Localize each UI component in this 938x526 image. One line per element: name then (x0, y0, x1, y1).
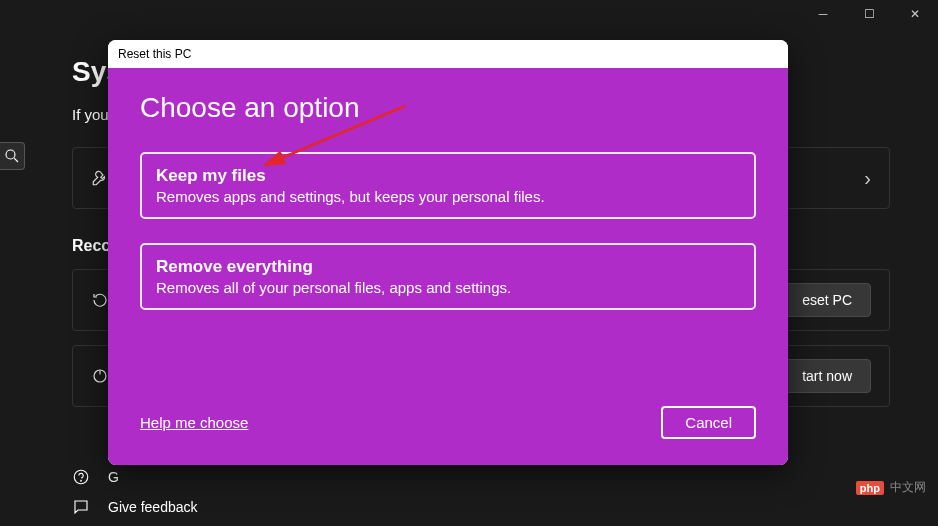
option-title: Remove everything (156, 257, 740, 277)
help-icon (72, 468, 90, 486)
chevron-right-icon: › (864, 167, 871, 190)
svg-point-5 (81, 480, 82, 481)
svg-point-4 (74, 470, 88, 484)
window-controls: ─ ☐ ✕ (800, 0, 938, 28)
help-me-choose-link[interactable]: Help me choose (140, 414, 248, 431)
get-help-row[interactable]: G (72, 468, 119, 486)
get-help-label: G (108, 469, 119, 485)
cancel-button[interactable]: Cancel (661, 406, 756, 439)
watermark: php 中文网 (856, 479, 926, 496)
svg-point-0 (6, 150, 15, 159)
watermark-text: 中文网 (890, 479, 926, 496)
option-keep-my-files[interactable]: Keep my files Removes apps and settings,… (140, 152, 756, 219)
option-title: Keep my files (156, 166, 740, 186)
reset-icon (91, 291, 109, 309)
search-button[interactable] (0, 142, 25, 170)
reset-pc-button[interactable]: eset PC (783, 283, 871, 317)
option-description: Removes all of your personal files, apps… (156, 279, 740, 296)
reset-pc-dialog: Reset this PC Choose an option Keep my f… (108, 40, 788, 465)
minimize-button[interactable]: ─ (800, 0, 846, 28)
option-remove-everything[interactable]: Remove everything Removes all of your pe… (140, 243, 756, 310)
give-feedback-row[interactable]: Give feedback (72, 498, 198, 516)
svg-line-1 (14, 158, 18, 162)
dialog-heading: Choose an option (140, 92, 756, 124)
give-feedback-label: Give feedback (108, 499, 198, 515)
feedback-icon (72, 498, 90, 516)
power-gear-icon (91, 367, 109, 385)
option-description: Removes apps and settings, but keeps you… (156, 188, 740, 205)
wrench-icon (91, 169, 109, 187)
maximize-button[interactable]: ☐ (846, 0, 892, 28)
close-button[interactable]: ✕ (892, 0, 938, 28)
watermark-logo: php (856, 481, 884, 495)
dialog-titlebar: Reset this PC (108, 40, 788, 68)
search-icon (3, 147, 21, 165)
restart-now-button[interactable]: tart now (783, 359, 871, 393)
